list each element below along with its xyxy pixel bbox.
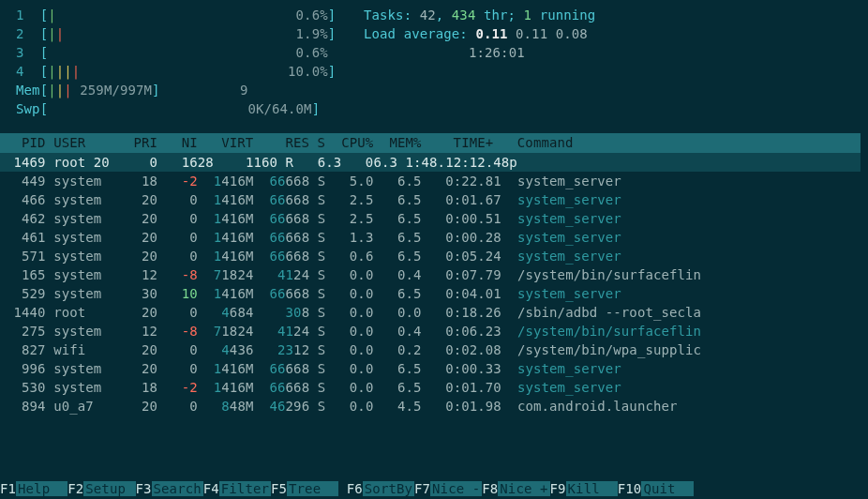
table-row-selected[interactable]: 1469 root 20 0 1628 1160 R 6.3 06.3 1:48… [0,153,861,172]
fkey-F9[interactable]: F9 [550,481,566,496]
table-row[interactable]: 462 system 20 0 1416M 66668 S 2.5 6.5 0:… [0,209,861,228]
table-header[interactable]: PID USER PRI NI VIRT RES S CPU% MEM% TIM… [0,133,861,153]
fkey-F5[interactable]: F5 [271,481,287,496]
uptime: 1:26:01 [469,45,525,60]
fkey-F4[interactable]: F4 [203,481,219,496]
fkey-F1[interactable]: F1 [0,481,16,496]
table-row[interactable]: 996 system 20 0 1416M 66668 S 0.0 6.5 0:… [0,359,861,378]
table-row[interactable]: 165 system 12 -8 71824 4124 S 0.0 0.4 0:… [0,265,861,284]
fkey-F2[interactable]: F2 [67,481,83,496]
table-row[interactable]: 461 system 20 0 1416M 66668 S 1.3 6.5 0:… [0,228,861,247]
cpu-mem-panel: 1 [| 0.6%] 2 [|| 1.9%] 3 [ 0.6% 4 [|||| … [0,6,354,118]
function-key-bar[interactable]: F1Help F2Setup F3SearchF4FilterF5Tree F6… [0,479,868,499]
load-label: Load average: [364,26,475,41]
fkey-F10[interactable]: F10 [618,481,642,496]
fkey-F8[interactable]: F8 [482,481,498,496]
table-row[interactable]: 530 system 18 -2 1416M 66668 S 0.0 6.5 0… [0,378,861,397]
fkey-F6[interactable]: F6 [347,481,363,496]
tasks-label: Tasks: [364,8,420,23]
fkey-F7[interactable]: F7 [414,481,430,496]
table-row[interactable]: 1440 root 20 0 4684 308 S 0.0 0.0 0:18.2… [0,303,861,322]
table-row[interactable]: 466 system 20 0 1416M 66668 S 2.5 6.5 0:… [0,190,861,209]
table-row[interactable]: 571 system 20 0 1416M 66668 S 0.6 6.5 0:… [0,247,861,265]
table-row[interactable]: 529 system 30 10 1416M 66668 S 0.0 6.5 0… [0,284,861,303]
process-table[interactable]: PID USER PRI NI VIRT RES S CPU% MEM% TIM… [0,133,861,416]
tasks-panel: Tasks: 42, 434 thr; 1 running Load avera… [354,6,861,118]
fkey-F3[interactable]: F3 [136,481,152,496]
table-row[interactable]: 275 system 12 -8 71824 4124 S 0.0 0.4 0:… [0,322,861,340]
table-row[interactable]: 827 wifi 20 0 4436 2312 S 0.0 0.2 0:02.0… [0,340,861,359]
table-row[interactable]: 894 u0_a7 20 0 848M 46296 S 0.0 4.5 0:01… [0,397,861,416]
table-row[interactable]: 449 system 18 -2 1416M 66668 S 5.0 6.5 0… [0,172,861,190]
